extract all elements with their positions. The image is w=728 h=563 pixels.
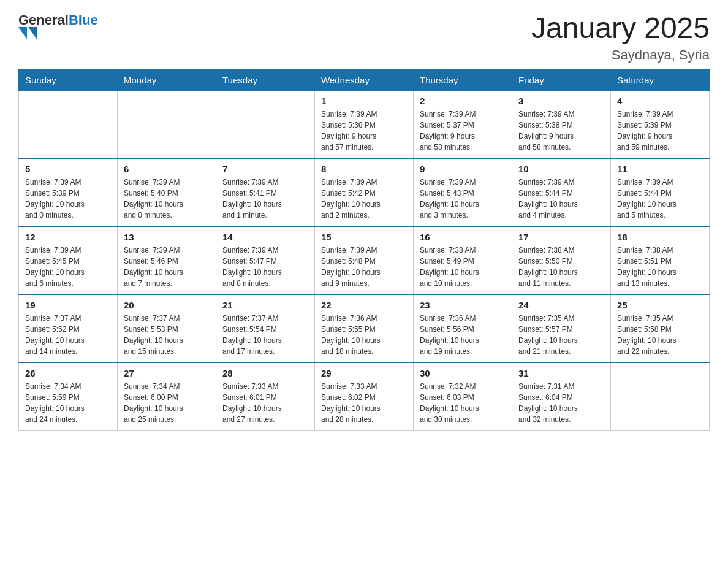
logo: GeneralBlue xyxy=(18,12,98,39)
calendar-day-cell: 24Sunrise: 7:35 AM Sunset: 5:57 PM Dayli… xyxy=(512,294,611,362)
logo-text-general: General xyxy=(18,12,69,28)
day-number: 10 xyxy=(518,164,604,174)
day-info: Sunrise: 7:34 AM Sunset: 6:00 PM Dayligh… xyxy=(124,381,210,425)
day-info: Sunrise: 7:36 AM Sunset: 5:55 PM Dayligh… xyxy=(321,313,407,357)
title-section: January 2025 Saydnaya, Syria xyxy=(531,12,710,63)
day-info: Sunrise: 7:33 AM Sunset: 6:02 PM Dayligh… xyxy=(321,381,407,425)
day-info: Sunrise: 7:34 AM Sunset: 5:59 PM Dayligh… xyxy=(25,381,111,425)
page-header: GeneralBlue January 2025 Saydnaya, Syria xyxy=(18,12,710,63)
day-info: Sunrise: 7:39 AM Sunset: 5:39 PM Dayligh… xyxy=(617,109,703,153)
day-of-week-header: Friday xyxy=(512,69,611,90)
day-info: Sunrise: 7:38 AM Sunset: 5:49 PM Dayligh… xyxy=(420,245,506,289)
day-number: 4 xyxy=(617,96,703,106)
calendar-day-cell: 1Sunrise: 7:39 AM Sunset: 5:36 PM Daylig… xyxy=(315,90,414,158)
day-number: 21 xyxy=(222,300,308,310)
calendar-subtitle: Saydnaya, Syria xyxy=(531,47,710,63)
calendar-day-cell: 21Sunrise: 7:37 AM Sunset: 5:54 PM Dayli… xyxy=(216,294,315,362)
calendar-title: January 2025 xyxy=(531,12,710,45)
days-of-week-row: SundayMondayTuesdayWednesdayThursdayFrid… xyxy=(19,69,710,90)
calendar-day-cell: 16Sunrise: 7:38 AM Sunset: 5:49 PM Dayli… xyxy=(414,226,512,294)
calendar-day-cell: 14Sunrise: 7:39 AM Sunset: 5:47 PM Dayli… xyxy=(216,226,315,294)
day-of-week-header: Thursday xyxy=(414,69,512,90)
day-of-week-header: Wednesday xyxy=(315,69,414,90)
calendar-day-cell xyxy=(19,90,118,158)
day-number: 9 xyxy=(420,164,506,174)
day-info: Sunrise: 7:39 AM Sunset: 5:44 PM Dayligh… xyxy=(617,177,703,221)
calendar-header: SundayMondayTuesdayWednesdayThursdayFrid… xyxy=(19,69,710,90)
day-info: Sunrise: 7:35 AM Sunset: 5:58 PM Dayligh… xyxy=(617,313,703,357)
calendar-day-cell: 23Sunrise: 7:36 AM Sunset: 5:56 PM Dayli… xyxy=(414,294,512,362)
day-number: 2 xyxy=(420,96,506,106)
calendar-body: 1Sunrise: 7:39 AM Sunset: 5:36 PM Daylig… xyxy=(19,90,710,430)
calendar-day-cell: 28Sunrise: 7:33 AM Sunset: 6:01 PM Dayli… xyxy=(216,362,315,431)
calendar-day-cell: 22Sunrise: 7:36 AM Sunset: 5:55 PM Dayli… xyxy=(315,294,414,362)
day-info: Sunrise: 7:33 AM Sunset: 6:01 PM Dayligh… xyxy=(222,381,308,425)
day-number: 1 xyxy=(321,96,407,106)
calendar-day-cell: 31Sunrise: 7:31 AM Sunset: 6:04 PM Dayli… xyxy=(512,362,611,431)
day-number: 13 xyxy=(124,232,210,242)
day-info: Sunrise: 7:35 AM Sunset: 5:57 PM Dayligh… xyxy=(518,313,604,357)
day-info: Sunrise: 7:39 AM Sunset: 5:42 PM Dayligh… xyxy=(321,177,407,221)
day-number: 17 xyxy=(518,232,604,242)
day-info: Sunrise: 7:39 AM Sunset: 5:38 PM Dayligh… xyxy=(518,109,604,153)
calendar-day-cell: 29Sunrise: 7:33 AM Sunset: 6:02 PM Dayli… xyxy=(315,362,414,431)
day-info: Sunrise: 7:37 AM Sunset: 5:53 PM Dayligh… xyxy=(124,313,210,357)
calendar-week-row: 26Sunrise: 7:34 AM Sunset: 5:59 PM Dayli… xyxy=(19,362,710,431)
day-number: 5 xyxy=(25,164,111,174)
day-info: Sunrise: 7:39 AM Sunset: 5:44 PM Dayligh… xyxy=(518,177,604,221)
day-number: 24 xyxy=(518,300,604,310)
day-number: 29 xyxy=(321,368,407,378)
day-info: Sunrise: 7:39 AM Sunset: 5:43 PM Dayligh… xyxy=(420,177,506,221)
calendar-day-cell: 10Sunrise: 7:39 AM Sunset: 5:44 PM Dayli… xyxy=(512,158,611,226)
day-number: 18 xyxy=(617,232,703,242)
day-info: Sunrise: 7:39 AM Sunset: 5:45 PM Dayligh… xyxy=(25,245,111,289)
calendar-day-cell: 15Sunrise: 7:39 AM Sunset: 5:48 PM Dayli… xyxy=(315,226,414,294)
day-number: 14 xyxy=(222,232,308,242)
day-info: Sunrise: 7:39 AM Sunset: 5:41 PM Dayligh… xyxy=(222,177,308,221)
day-number: 27 xyxy=(124,368,210,378)
day-number: 28 xyxy=(222,368,308,378)
calendar-day-cell: 12Sunrise: 7:39 AM Sunset: 5:45 PM Dayli… xyxy=(19,226,118,294)
day-number: 12 xyxy=(25,232,111,242)
calendar-week-row: 19Sunrise: 7:37 AM Sunset: 5:52 PM Dayli… xyxy=(19,294,710,362)
day-number: 25 xyxy=(617,300,703,310)
day-info: Sunrise: 7:31 AM Sunset: 6:04 PM Dayligh… xyxy=(518,381,604,425)
calendar-day-cell: 30Sunrise: 7:32 AM Sunset: 6:03 PM Dayli… xyxy=(414,362,512,431)
day-info: Sunrise: 7:37 AM Sunset: 5:52 PM Dayligh… xyxy=(25,313,111,357)
day-info: Sunrise: 7:32 AM Sunset: 6:03 PM Dayligh… xyxy=(420,381,506,425)
calendar-day-cell: 17Sunrise: 7:38 AM Sunset: 5:50 PM Dayli… xyxy=(512,226,611,294)
calendar-week-row: 1Sunrise: 7:39 AM Sunset: 5:36 PM Daylig… xyxy=(19,90,710,158)
calendar-day-cell xyxy=(611,362,710,431)
day-of-week-header: Tuesday xyxy=(216,69,315,90)
calendar-day-cell: 18Sunrise: 7:38 AM Sunset: 5:51 PM Dayli… xyxy=(611,226,710,294)
day-of-week-header: Sunday xyxy=(19,69,118,90)
calendar-day-cell: 11Sunrise: 7:39 AM Sunset: 5:44 PM Dayli… xyxy=(611,158,710,226)
calendar-day-cell xyxy=(118,90,216,158)
calendar-day-cell: 7Sunrise: 7:39 AM Sunset: 5:41 PM Daylig… xyxy=(216,158,315,226)
day-info: Sunrise: 7:38 AM Sunset: 5:50 PM Dayligh… xyxy=(518,245,604,289)
calendar-day-cell: 8Sunrise: 7:39 AM Sunset: 5:42 PM Daylig… xyxy=(315,158,414,226)
logo-text-blue: Blue xyxy=(69,12,98,28)
calendar-day-cell: 3Sunrise: 7:39 AM Sunset: 5:38 PM Daylig… xyxy=(512,90,611,158)
day-number: 3 xyxy=(518,96,604,106)
day-of-week-header: Monday xyxy=(118,69,216,90)
day-info: Sunrise: 7:36 AM Sunset: 5:56 PM Dayligh… xyxy=(420,313,506,357)
calendar-day-cell: 9Sunrise: 7:39 AM Sunset: 5:43 PM Daylig… xyxy=(414,158,512,226)
calendar-table: SundayMondayTuesdayWednesdayThursdayFrid… xyxy=(18,69,710,431)
day-number: 16 xyxy=(420,232,506,242)
calendar-day-cell: 6Sunrise: 7:39 AM Sunset: 5:40 PM Daylig… xyxy=(118,158,216,226)
day-number: 20 xyxy=(124,300,210,310)
calendar-week-row: 5Sunrise: 7:39 AM Sunset: 5:39 PM Daylig… xyxy=(19,158,710,226)
day-number: 30 xyxy=(420,368,506,378)
day-number: 8 xyxy=(321,164,407,174)
day-number: 31 xyxy=(518,368,604,378)
day-info: Sunrise: 7:39 AM Sunset: 5:37 PM Dayligh… xyxy=(420,109,506,153)
calendar-day-cell: 13Sunrise: 7:39 AM Sunset: 5:46 PM Dayli… xyxy=(118,226,216,294)
day-number: 19 xyxy=(25,300,111,310)
day-info: Sunrise: 7:39 AM Sunset: 5:47 PM Dayligh… xyxy=(222,245,308,289)
day-info: Sunrise: 7:39 AM Sunset: 5:46 PM Dayligh… xyxy=(124,245,210,289)
day-info: Sunrise: 7:39 AM Sunset: 5:40 PM Dayligh… xyxy=(124,177,210,221)
day-number: 23 xyxy=(420,300,506,310)
day-number: 22 xyxy=(321,300,407,310)
calendar-week-row: 12Sunrise: 7:39 AM Sunset: 5:45 PM Dayli… xyxy=(19,226,710,294)
